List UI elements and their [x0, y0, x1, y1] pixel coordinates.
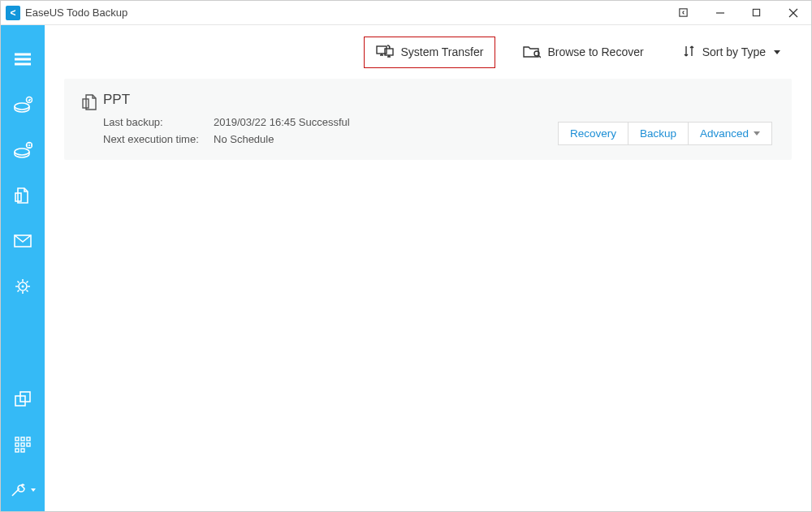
- advanced-label: Advanced: [700, 127, 749, 140]
- backup-task-card: PPT Last backup: 2019/03/22 16:45 Succes…: [64, 79, 792, 160]
- clone-icon[interactable]: [1, 376, 45, 422]
- svg-point-10: [15, 148, 29, 155]
- titlebar: < EaseUS Todo Backup: [1, 1, 811, 25]
- window-maximize-button[interactable]: [738, 1, 775, 24]
- file-backup-icon[interactable]: [1, 173, 45, 218]
- system-transfer-button[interactable]: System Transfer: [364, 37, 495, 68]
- last-backup-value: 2019/03/22 16:45 Successful: [214, 116, 350, 128]
- recovery-button[interactable]: Recovery: [558, 122, 628, 145]
- app-title: EaseUS Todo Backup: [25, 6, 127, 19]
- folder-search-icon: [523, 44, 541, 61]
- svg-rect-25: [15, 449, 19, 452]
- svg-rect-7: [15, 63, 31, 65]
- disk-backup-icon[interactable]: [1, 82, 45, 127]
- tools-grid-icon[interactable]: [1, 422, 45, 467]
- last-backup-label: Last backup:: [103, 116, 214, 128]
- window-minimize-button[interactable]: [702, 1, 738, 24]
- svg-rect-26: [21, 449, 24, 452]
- sort-icon: [683, 45, 696, 60]
- task-title: PPT: [103, 92, 558, 108]
- svg-point-8: [15, 103, 29, 110]
- sort-button[interactable]: Sort by Type: [672, 38, 792, 67]
- window-extra-button[interactable]: [665, 1, 702, 24]
- svg-rect-24: [27, 443, 30, 446]
- smart-backup-icon[interactable]: [1, 264, 45, 309]
- svg-rect-2: [753, 9, 759, 15]
- top-toolbar: System Transfer Browse to Recover Sor: [45, 25, 811, 79]
- task-row-next-exec: Next execution time: No Schedule: [103, 133, 558, 145]
- window-close-button[interactable]: [775, 1, 811, 24]
- caret-down-icon: [754, 131, 760, 136]
- menu-icon[interactable]: [1, 37, 45, 82]
- system-transfer-label: System Transfer: [400, 45, 483, 58]
- advanced-button[interactable]: Advanced: [689, 122, 772, 145]
- svg-rect-19: [15, 437, 19, 441]
- app-logo-icon: <: [6, 6, 20, 20]
- sidebar: [1, 25, 45, 512]
- svg-rect-5: [15, 54, 31, 55]
- svg-rect-21: [27, 437, 30, 441]
- system-backup-icon[interactable]: [1, 127, 45, 173]
- sort-label: Sort by Type: [702, 45, 766, 58]
- svg-rect-20: [21, 437, 24, 441]
- file-icon: [82, 92, 103, 145]
- svg-rect-22: [15, 443, 19, 446]
- chevron-down-icon: [31, 488, 36, 492]
- backup-button[interactable]: Backup: [628, 122, 689, 145]
- browse-recover-button[interactable]: Browse to Recover: [512, 37, 654, 67]
- task-row-last-backup: Last backup: 2019/03/22 16:45 Successful: [103, 116, 558, 128]
- task-actions: Recovery Backup Advanced: [558, 92, 772, 145]
- svg-rect-23: [21, 443, 24, 446]
- content-area: System Transfer Browse to Recover Sor: [45, 25, 811, 512]
- svg-point-12: [28, 144, 30, 146]
- next-exec-value: No Schedule: [214, 133, 274, 145]
- system-transfer-icon: [376, 44, 394, 61]
- svg-point-16: [22, 286, 24, 288]
- svg-rect-0: [680, 9, 687, 16]
- settings-wrench-icon[interactable]: [1, 467, 45, 512]
- svg-rect-6: [15, 58, 31, 60]
- caret-down-icon: [774, 50, 780, 54]
- browse-recover-label: Browse to Recover: [547, 45, 643, 58]
- mail-backup-icon[interactable]: [1, 218, 45, 264]
- next-exec-label: Next execution time:: [103, 133, 214, 145]
